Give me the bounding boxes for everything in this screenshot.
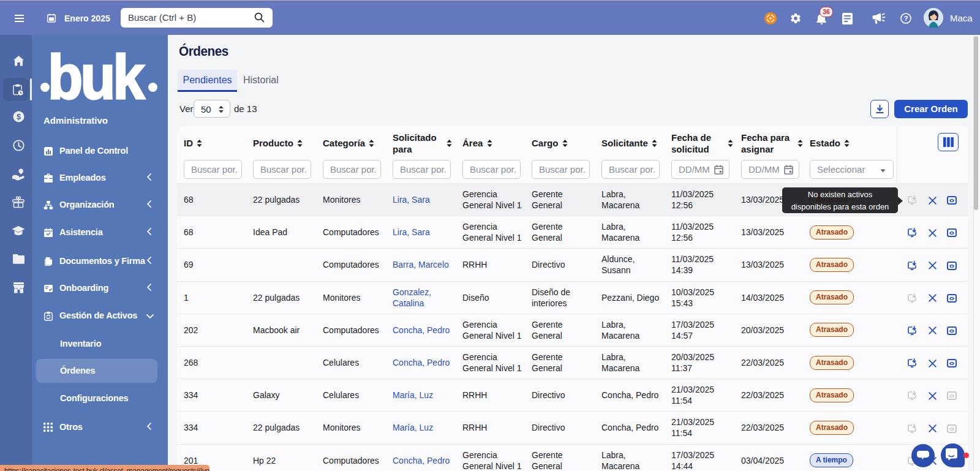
- svg-text:$: $: [17, 113, 21, 121]
- svg-text:?: ?: [904, 15, 908, 22]
